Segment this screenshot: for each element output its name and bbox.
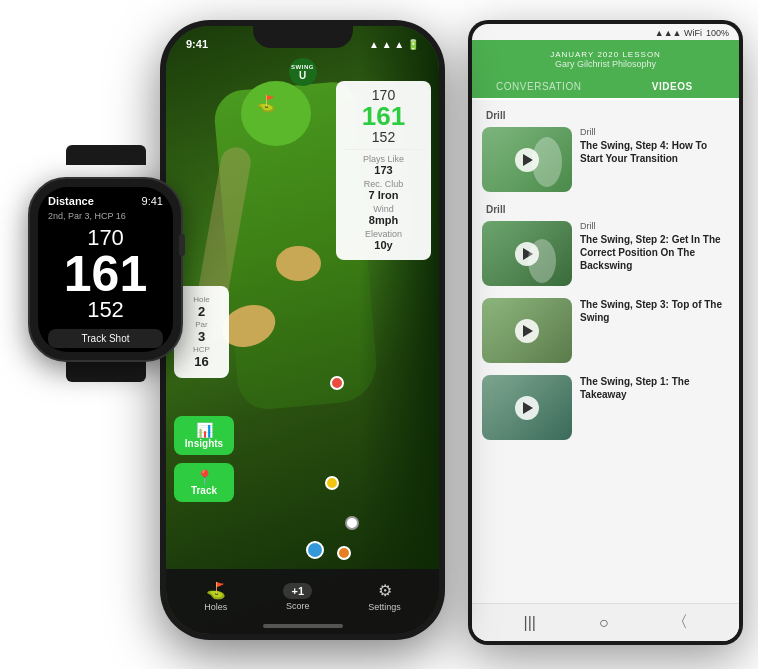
watch-crown — [179, 234, 185, 256]
video-row-2: Drill The Swing, Step 2: Get In The Corr… — [482, 221, 729, 286]
watch-distance-bottom: 152 — [48, 299, 163, 321]
apple-watch: Distance 9:41 2nd, Par 3, HCP 16 170 161… — [18, 145, 193, 355]
video-row-3: The Swing, Step 3: Top of The Swing — [482, 298, 729, 363]
watch-track-shot[interactable]: Track Shot — [48, 329, 163, 348]
video-info-4: The Swing, Step 1: The Takeaway — [580, 375, 729, 440]
watch-body: Distance 9:41 2nd, Par 3, HCP 16 170 161… — [28, 177, 183, 362]
watch-time: 9:41 — [142, 195, 163, 207]
par-label: Par — [195, 320, 207, 329]
play-triangle-4 — [523, 402, 533, 414]
score-label: Score — [286, 601, 310, 611]
nav-holes[interactable]: ⛳ Holes — [204, 581, 227, 612]
tablet-bottom-bar: ||| ○ 〈 — [472, 603, 739, 641]
drill-label-2: Drill — [580, 221, 729, 231]
hole-number: 2 — [198, 304, 205, 319]
distance-info-card: 170 161 152 Plays Like 173 Rec. Club 7 I… — [336, 81, 431, 260]
video-row-4: The Swing, Step 1: The Takeaway — [482, 375, 729, 440]
flag-icon: ⛳ — [256, 94, 276, 113]
info-dist-main: 161 — [344, 103, 423, 129]
tablet: ▲▲▲ WiFi 100% JANUARY 2020 LESSON Gary G… — [463, 10, 748, 655]
marker-blue — [306, 541, 324, 559]
marker-orange — [337, 546, 351, 560]
insights-button[interactable]: 📊 Insights — [174, 416, 234, 455]
phone: 9:41 ▲ ▲ ▲ 🔋 SWING U 170 161 152 Plays L… — [155, 10, 450, 655]
phone-home-indicator — [263, 624, 343, 628]
watch-distance-main: 161 — [48, 249, 163, 299]
insights-label: Insights — [185, 438, 223, 449]
marker-yellow — [325, 476, 339, 490]
video-info-1: Drill The Swing, Step 4: How To Start Yo… — [580, 127, 729, 192]
svg-point-0 — [532, 137, 562, 187]
plays-like-value: 173 — [374, 164, 392, 176]
info-dist-bottom: 152 — [344, 129, 423, 145]
scene: Distance 9:41 2nd, Par 3, HCP 16 170 161… — [0, 0, 758, 669]
watch-band-top — [66, 145, 146, 165]
play-btn-4[interactable] — [515, 396, 539, 420]
plays-like-label: Plays Like — [363, 154, 404, 164]
play-triangle-3 — [523, 325, 533, 337]
elevation-value: 10y — [374, 239, 392, 251]
tablet-body: ▲▲▲ WiFi 100% JANUARY 2020 LESSON Gary G… — [468, 20, 743, 645]
tablet-header: JANUARY 2020 LESSON Gary Gilchrist Philo… — [472, 40, 739, 75]
phone-status-icons: ▲ ▲ ▲ 🔋 — [369, 39, 419, 50]
section-title-1: Drill — [482, 110, 729, 121]
tab-videos[interactable]: VIDEOS — [606, 75, 740, 100]
track-label: Track — [191, 485, 217, 496]
video-title-3: The Swing, Step 3: Top of The Swing — [580, 298, 729, 324]
par-value: 3 — [198, 329, 205, 344]
score-badge: +1 — [283, 583, 312, 599]
video-thumb-3[interactable] — [482, 298, 572, 363]
video-title-4: The Swing, Step 1: The Takeaway — [580, 375, 729, 401]
video-thumb-2[interactable] — [482, 221, 572, 286]
settings-icon: ⚙ — [378, 581, 392, 600]
insights-icon: 📊 — [196, 422, 213, 438]
lesson-label: JANUARY 2020 LESSON — [487, 50, 724, 59]
play-btn-3[interactable] — [515, 319, 539, 343]
tablet-subtitle: Gary Gilchrist Philosophy — [487, 59, 724, 69]
hole-label: Hole — [193, 295, 209, 304]
tablet-battery: 100% — [706, 28, 729, 38]
map-bunker1 — [276, 246, 321, 281]
phone-body: 9:41 ▲ ▲ ▲ 🔋 SWING U 170 161 152 Plays L… — [160, 20, 445, 640]
phone-side-buttons: 📊 Insights 📍 Track — [174, 416, 234, 502]
holes-icon: ⛳ — [206, 581, 226, 600]
rec-club-value: 7 Iron — [369, 189, 399, 201]
tablet-content: Drill Drill The Swing, Step — [472, 100, 739, 603]
video-thumb-1[interactable] — [482, 127, 572, 192]
nav-score[interactable]: +1 Score — [283, 583, 312, 611]
track-button[interactable]: 📍 Track — [174, 463, 234, 502]
video-thumb-4[interactable] — [482, 375, 572, 440]
tablet-screen: ▲▲▲ WiFi 100% JANUARY 2020 LESSON Gary G… — [472, 24, 739, 641]
section-title-2: Drill — [482, 204, 729, 215]
elevation-label: Elevation — [365, 229, 402, 239]
watch-screen: Distance 9:41 2nd, Par 3, HCP 16 170 161… — [38, 187, 173, 352]
phone-notch — [253, 20, 353, 48]
wind-value: 8mph — [369, 214, 398, 226]
video-info-3: The Swing, Step 3: Top of The Swing — [580, 298, 729, 363]
swing-u-logo: SWING U — [289, 58, 317, 86]
tablet-tabs: CONVERSATION VIDEOS — [472, 75, 739, 100]
video-row-1: Drill The Swing, Step 4: How To Start Yo… — [482, 127, 729, 192]
video-title-1: The Swing, Step 4: How To Start Your Tra… — [580, 139, 729, 165]
rec-club-label: Rec. Club — [364, 179, 404, 189]
tablet-signal: ▲▲▲ WiFi — [655, 28, 702, 38]
tablet-nav-back[interactable]: 〈 — [672, 612, 688, 633]
phone-screen: 9:41 ▲ ▲ ▲ 🔋 SWING U 170 161 152 Plays L… — [166, 26, 439, 634]
tablet-nav-home[interactable]: ○ — [599, 614, 609, 632]
svg-point-1 — [528, 239, 556, 283]
track-icon: 📍 — [196, 469, 213, 485]
map-green — [241, 81, 311, 146]
hcp-label: HCP — [193, 345, 210, 354]
watch-title: Distance — [48, 195, 94, 207]
video-title-2: The Swing, Step 2: Get In The Correct Po… — [580, 233, 729, 272]
watch-band-bottom — [66, 362, 146, 382]
tab-conversation[interactable]: CONVERSATION — [472, 75, 606, 98]
watch-subtitle: 2nd, Par 3, HCP 16 — [48, 211, 163, 221]
nav-settings[interactable]: ⚙ Settings — [368, 581, 401, 612]
settings-label: Settings — [368, 602, 401, 612]
phone-time: 9:41 — [186, 38, 208, 50]
marker-white — [345, 516, 359, 530]
tablet-status-bar: ▲▲▲ WiFi 100% — [472, 24, 739, 40]
tablet-nav-lines[interactable]: ||| — [523, 614, 535, 632]
holes-label: Holes — [204, 602, 227, 612]
